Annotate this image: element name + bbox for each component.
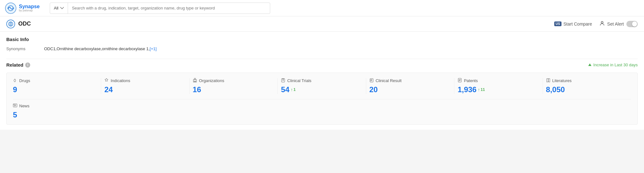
- patents-icon: [458, 78, 462, 83]
- drugs-value: 9: [13, 85, 17, 94]
- stat-drugs: Drugs 9: [13, 78, 101, 94]
- patents-label-row: Patents: [458, 78, 478, 83]
- news-label-row: News: [13, 103, 30, 109]
- drugs-label: Drugs: [19, 78, 30, 83]
- drugs-value-row: 9: [13, 85, 17, 94]
- stat-patents: Patents 1,936 ↑ 11: [454, 78, 543, 94]
- subheader-left: ODC: [6, 20, 31, 28]
- svg-point-16: [370, 79, 371, 80]
- clinical-result-value: 20: [369, 85, 378, 94]
- clinical-trials-arrow: ↑: [291, 87, 293, 92]
- organizations-value: 16: [193, 85, 201, 94]
- patents-arrow: ↑: [478, 87, 480, 92]
- svg-point-18: [370, 81, 371, 81]
- clinical-trials-label: Clinical Trials: [287, 78, 311, 83]
- alert-icon: [600, 21, 605, 27]
- literatures-icon: [546, 78, 550, 83]
- target-icon: [8, 21, 13, 27]
- stat-indications: Indications 24: [101, 78, 189, 94]
- compare-icon: US: [554, 21, 561, 26]
- svg-point-2: [8, 7, 9, 9]
- indications-label-row: Indications: [104, 78, 130, 83]
- synapse-logo-icon: [5, 3, 16, 14]
- patents-increase: ↑ 11: [478, 87, 485, 92]
- indications-label: Indications: [111, 78, 130, 83]
- basic-info-title: Basic Info: [6, 37, 638, 42]
- logo-text: Synapse by patsnap: [19, 4, 40, 12]
- logo-sub-label: by patsnap: [19, 9, 40, 12]
- literatures-label: Literatures: [552, 78, 572, 83]
- literatures-value: 8,050: [546, 85, 565, 94]
- clinical-trials-value-row: 54 ↑ 1: [281, 85, 295, 94]
- literatures-label-row: Literatures: [546, 78, 572, 83]
- stat-organizations: Organizations 16: [190, 78, 278, 94]
- synonyms-row: Synonyms ODC1,Ornithine decarboxylase,or…: [6, 46, 638, 55]
- indications-value: 24: [104, 85, 113, 94]
- indications-icon: [104, 78, 109, 83]
- related-left: Related i: [6, 62, 30, 68]
- news-icon: [13, 103, 17, 109]
- chevron-down-icon: [60, 6, 64, 10]
- related-title: Related: [6, 62, 23, 68]
- svg-rect-9: [194, 78, 196, 80]
- set-alert-toggle[interactable]: [626, 21, 638, 27]
- clinical-trials-increase: ↑ 1: [291, 87, 296, 92]
- stat-news: News 5: [13, 103, 33, 119]
- svg-rect-13: [282, 78, 283, 79]
- patents-value-row: 1,936 ↑ 11: [458, 85, 485, 94]
- filter-dropdown[interactable]: All: [50, 3, 68, 14]
- start-compare-button[interactable]: US Start Compare: [552, 20, 595, 28]
- stat-literatures: Literatures 8,050: [543, 78, 631, 94]
- increase-note: Increase in Last 30 days: [588, 63, 638, 67]
- patents-value: 1,936: [458, 85, 476, 94]
- svg-rect-21: [13, 104, 14, 105]
- globe-icon: [6, 20, 15, 28]
- svg-rect-14: [283, 78, 284, 79]
- info-icon: i: [25, 63, 30, 68]
- logo-synapse-label: Synapse: [19, 4, 40, 9]
- stats-area: Drugs 9 Indications 24: [6, 73, 638, 125]
- person-icon: [600, 21, 605, 26]
- set-alert-label: Set Alert: [607, 21, 624, 27]
- clinical-result-label: Clinical Result: [376, 78, 402, 83]
- news-value: 5: [13, 110, 17, 119]
- clinical-trials-value: 54: [281, 85, 289, 94]
- synonyms-label: Synonyms: [6, 46, 44, 51]
- stats-grid: Drugs 9 Indications 24: [13, 78, 631, 94]
- search-input[interactable]: [68, 3, 270, 14]
- svg-point-6: [601, 21, 603, 23]
- stats-row2: News 5: [13, 99, 631, 119]
- organizations-label-row: Organizations: [193, 78, 224, 83]
- literatures-value-row: 8,050: [546, 85, 565, 94]
- page-title: ODC: [18, 21, 31, 27]
- svg-point-17: [370, 80, 371, 80]
- clinical-trials-icon: [281, 78, 285, 83]
- arrow-up-icon: [588, 63, 592, 67]
- organizations-icon: [193, 78, 197, 83]
- header: Synapse by patsnap All: [0, 0, 644, 16]
- stat-clinical-trials: Clinical Trials 54 ↑ 1: [278, 78, 366, 94]
- svg-rect-10: [194, 81, 195, 82]
- patents-increase-num: 11: [481, 87, 485, 92]
- svg-rect-8: [193, 80, 197, 82]
- set-alert-area: Set Alert: [600, 21, 638, 27]
- organizations-label: Organizations: [199, 78, 224, 83]
- drugs-icon: [13, 78, 17, 83]
- start-compare-label: Start Compare: [563, 21, 592, 27]
- clinical-trials-increase-num: 1: [294, 87, 296, 92]
- filter-label: All: [54, 6, 58, 10]
- news-value-row: 5: [13, 110, 17, 119]
- clinical-result-icon: [369, 78, 374, 83]
- svg-point-7: [15, 79, 15, 80]
- clinical-trials-label-row: Clinical Trials: [281, 78, 311, 83]
- drugs-label-row: Drugs: [13, 78, 30, 83]
- related-header: Related i Increase in Last 30 days: [6, 59, 638, 70]
- subheader: ODC US Start Compare Set Alert: [0, 16, 644, 32]
- clinical-result-label-row: Clinical Result: [369, 78, 402, 83]
- subheader-right: US Start Compare Set Alert: [552, 20, 638, 28]
- patents-label: Patents: [464, 78, 478, 83]
- logo-area: Synapse by patsnap: [5, 3, 46, 14]
- stat-clinical-result: Clinical Result 20: [366, 78, 454, 94]
- clinical-result-value-row: 20: [369, 85, 378, 94]
- synonyms-more-link[interactable]: [+1]: [150, 46, 157, 51]
